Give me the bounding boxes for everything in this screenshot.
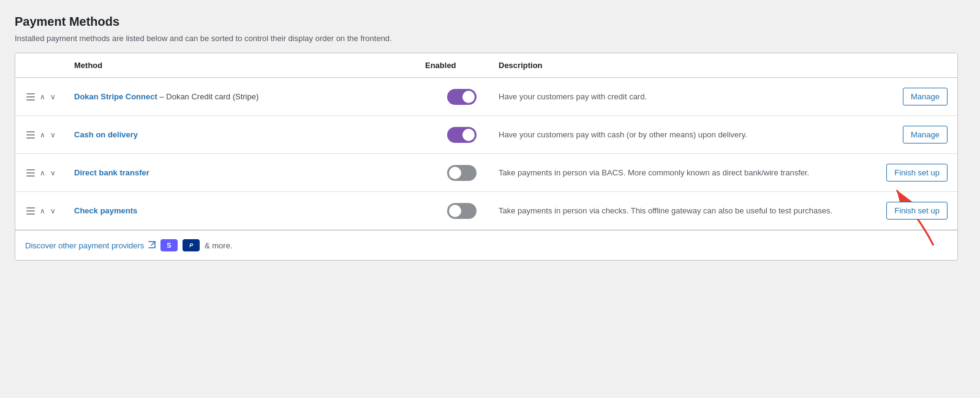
enabled-toggle[interactable] bbox=[447, 203, 477, 219]
header-action bbox=[850, 61, 948, 70]
method-link[interactable]: Dokan Stripe Connect bbox=[74, 92, 157, 101]
drag-handle-icon[interactable] bbox=[25, 168, 36, 178]
external-link-icon bbox=[148, 241, 156, 248]
enabled-toggle-container bbox=[425, 127, 499, 143]
move-down-button[interactable]: ∨ bbox=[49, 206, 57, 216]
table-row: ∧ ∨ Direct bank transfer Take payments i… bbox=[15, 154, 957, 192]
row-controls: ∧ ∨ bbox=[25, 206, 74, 216]
header-description: Description bbox=[499, 61, 850, 70]
header-drag bbox=[25, 61, 74, 70]
enabled-toggle-container bbox=[425, 89, 499, 105]
drag-handle-icon[interactable] bbox=[25, 206, 36, 216]
table-header: Method Enabled Description bbox=[15, 53, 957, 78]
method-link[interactable]: Check payments bbox=[74, 206, 137, 215]
enabled-toggle[interactable] bbox=[447, 165, 477, 181]
table-row: ∧ ∨ Dokan Stripe Connect – Dokan Credit … bbox=[15, 78, 957, 116]
enabled-toggle[interactable] bbox=[447, 89, 477, 105]
finish-setup-button[interactable]: Finish set up bbox=[886, 164, 948, 182]
move-up-button[interactable]: ∧ bbox=[39, 168, 47, 178]
drag-handle-icon[interactable] bbox=[25, 130, 36, 140]
description-cell: Have your customers pay with cash (or by… bbox=[499, 129, 850, 141]
row-controls: ∧ ∨ bbox=[25, 168, 74, 178]
action-cell: Manage bbox=[850, 126, 948, 144]
method-name-cell: Dokan Stripe Connect – Dokan Credit card… bbox=[74, 92, 425, 101]
move-down-button[interactable]: ∨ bbox=[49, 130, 57, 140]
toggle-slider bbox=[447, 165, 477, 181]
description-cell: Have your customers pay with credit card… bbox=[499, 91, 850, 103]
header-method: Method bbox=[74, 61, 425, 70]
action-cell: Manage bbox=[850, 88, 948, 105]
page-title: Payment Methods bbox=[15, 15, 958, 29]
toggle-slider bbox=[447, 203, 477, 219]
method-name-cell: Check payments bbox=[74, 206, 425, 215]
finish-setup-button[interactable]: Finish set up bbox=[886, 202, 948, 220]
move-down-button[interactable]: ∨ bbox=[49, 168, 57, 178]
method-name-cell: Cash on delivery bbox=[74, 130, 425, 139]
stripe-logo: S bbox=[160, 239, 178, 251]
drag-handle-icon[interactable] bbox=[25, 92, 36, 102]
toggle-slider bbox=[447, 89, 477, 105]
table-row: ∧ ∨ Cash on delivery Have your customers… bbox=[15, 116, 957, 154]
table-row: ∧ ∨ Check payments Take payments in pers… bbox=[15, 192, 957, 230]
move-up-button[interactable]: ∧ bbox=[39, 92, 47, 102]
method-subtitle: – Dokan Credit card (Stripe) bbox=[159, 92, 258, 101]
discover-link-text: Discover other payment providers bbox=[25, 241, 144, 250]
paypal-logo: P bbox=[183, 239, 200, 251]
move-down-button[interactable]: ∨ bbox=[49, 92, 57, 102]
payment-methods-table: Method Enabled Description ∧ ∨ Dokan Str… bbox=[15, 53, 958, 261]
toggle-slider bbox=[447, 127, 477, 143]
table-footer: Discover other payment providers S P & m… bbox=[15, 230, 957, 260]
action-cell: Finish set up bbox=[850, 202, 948, 220]
row-controls: ∧ ∨ bbox=[25, 92, 74, 102]
action-cell: Finish set up bbox=[850, 164, 948, 182]
manage-button[interactable]: Manage bbox=[903, 126, 948, 144]
enabled-toggle-container bbox=[425, 165, 499, 181]
row-controls: ∧ ∨ bbox=[25, 130, 74, 140]
method-link[interactable]: Direct bank transfer bbox=[74, 168, 149, 177]
page-subtitle: Installed payment methods are listed bel… bbox=[15, 34, 958, 43]
method-name-cell: Direct bank transfer bbox=[74, 168, 425, 177]
move-up-button[interactable]: ∧ bbox=[39, 206, 47, 216]
more-providers-text: & more. bbox=[205, 241, 233, 250]
enabled-toggle-container bbox=[425, 203, 499, 219]
discover-link[interactable]: Discover other payment providers bbox=[25, 241, 156, 250]
enabled-toggle[interactable] bbox=[447, 127, 477, 143]
method-link[interactable]: Cash on delivery bbox=[74, 130, 138, 139]
description-cell: Take payments in person via BACS. More c… bbox=[499, 167, 850, 179]
description-cell: Take payments in person via checks. This… bbox=[499, 205, 850, 217]
move-up-button[interactable]: ∧ bbox=[39, 130, 47, 140]
manage-button[interactable]: Manage bbox=[903, 88, 948, 105]
header-enabled: Enabled bbox=[425, 61, 499, 70]
